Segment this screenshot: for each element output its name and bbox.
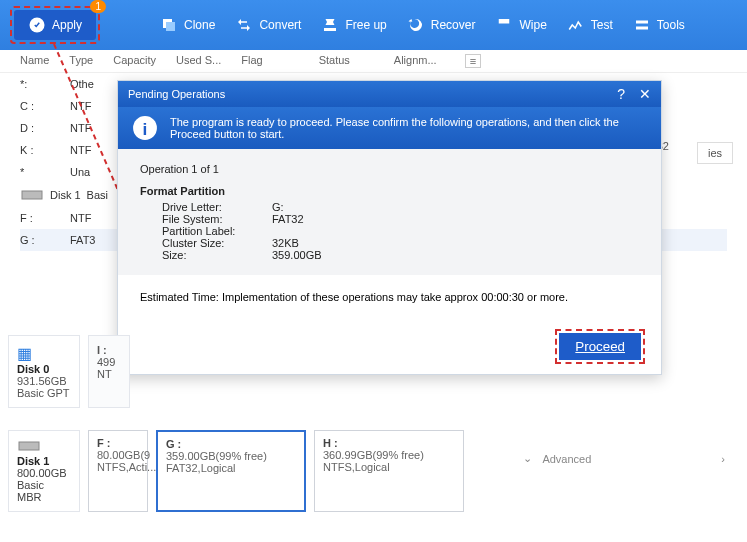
partition-tile-h[interactable]: H : 360.99GB(99% free) NTFS,Logical: [314, 430, 464, 512]
dialog-message-text: The program is ready to proceed. Please …: [170, 116, 647, 140]
disk1-tile[interactable]: Disk 1 800.00GB Basic MBR: [8, 430, 80, 512]
tools-icon: [633, 16, 651, 34]
tile-letter: I :: [97, 344, 121, 356]
freeup-label: Free up: [345, 18, 386, 32]
test-icon: [567, 16, 585, 34]
kv-val: 32KB: [272, 237, 299, 249]
tile-size: 359.00GB(99% free): [166, 450, 296, 462]
disk1-size: 800.00GB: [17, 467, 71, 479]
disk-icon: [17, 439, 41, 453]
dialog-footer: Proceed: [118, 319, 661, 374]
kv-key: File System:: [162, 213, 272, 225]
kv-key: Partition Label:: [162, 225, 272, 237]
dialog-titlebar: Pending Operations ? ✕: [118, 81, 661, 107]
col-flag[interactable]: Flag: [241, 54, 262, 68]
disk0-tile[interactable]: ▦ Disk 0 931.56GB Basic GPT: [8, 335, 80, 408]
col-used[interactable]: Used S...: [176, 54, 221, 68]
svg-text:i: i: [143, 119, 148, 139]
chevron-right-icon: ›: [721, 453, 725, 465]
kv-val: G:: [272, 201, 284, 213]
tile-letter: G :: [166, 438, 296, 450]
freeup-button[interactable]: Free up: [321, 16, 386, 34]
proceed-button[interactable]: Proceed: [559, 333, 641, 360]
recover-icon: [407, 16, 425, 34]
col-align[interactable]: Alignm...: [394, 54, 437, 68]
tile-type: FAT32,Logical: [166, 462, 296, 474]
recover-label: Recover: [431, 18, 476, 32]
disk0-size: 931.56GB: [17, 375, 71, 387]
tools-label: Tools: [657, 18, 685, 32]
col-status[interactable]: Status: [319, 54, 350, 68]
tile-size: 499: [97, 356, 121, 368]
recover-button[interactable]: Recover: [407, 16, 476, 34]
view-mode-icon[interactable]: ≡: [465, 54, 481, 68]
proceed-highlight: Proceed: [555, 329, 645, 364]
svg-rect-2: [166, 22, 175, 31]
svg-rect-5: [22, 191, 42, 199]
wipe-button[interactable]: Wipe: [495, 16, 546, 34]
partition-tile-g-selected[interactable]: G : 359.00GB(99% free) FAT32,Logical: [156, 430, 306, 512]
operation-name: Format Partition: [140, 185, 639, 197]
convert-label: Convert: [259, 18, 301, 32]
check-circle-icon: [28, 16, 46, 34]
estimate-text: Estimated Time: Implementation of these …: [118, 275, 661, 319]
tile-size: 80.00GB(9: [97, 449, 139, 461]
disk1-tiles: Disk 1 800.00GB Basic MBR F : 80.00GB(9 …: [8, 430, 464, 512]
freeup-icon: [321, 16, 339, 34]
kv-key: Drive Letter:: [162, 201, 272, 213]
dialog-title: Pending Operations: [128, 88, 225, 100]
tools-button[interactable]: Tools: [633, 16, 685, 34]
apply-button[interactable]: Apply: [14, 10, 96, 40]
test-label: Test: [591, 18, 613, 32]
kv-key: Cluster Size:: [162, 237, 272, 249]
svg-rect-3: [636, 21, 648, 24]
svg-rect-9: [19, 442, 39, 450]
wipe-label: Wipe: [519, 18, 546, 32]
disk-icon: [20, 188, 44, 202]
partition-tile-i[interactable]: I : 499 NT: [88, 335, 130, 408]
convert-icon: [235, 16, 253, 34]
kv-key: Size:: [162, 249, 272, 261]
col-type[interactable]: Type: [69, 54, 93, 68]
disk-grid-icon: ▦: [17, 344, 71, 363]
tile-type: NT: [97, 368, 121, 380]
dialog-body: Operation 1 of 1 Format Partition Drive …: [118, 149, 661, 275]
info-icon: i: [132, 115, 158, 141]
tile-letter: F :: [97, 437, 139, 449]
toolbar: Apply 1 Clone Convert Free up Recover Wi…: [0, 0, 747, 50]
dialog-message: i The program is ready to proceed. Pleas…: [118, 107, 661, 149]
disk0-type: Basic GPT: [17, 387, 71, 399]
svg-rect-4: [636, 27, 648, 30]
help-icon[interactable]: ?: [617, 86, 625, 102]
disk0-name: Disk 0: [17, 363, 71, 375]
apply-label: Apply: [52, 18, 82, 32]
convert-button[interactable]: Convert: [235, 16, 301, 34]
col-capacity[interactable]: Capacity: [113, 54, 156, 68]
clone-label: Clone: [184, 18, 215, 32]
advanced-label: Advanced: [542, 453, 591, 465]
apply-badge: 1: [90, 0, 106, 13]
apply-highlight: Apply 1: [10, 6, 100, 44]
tile-letter: H :: [323, 437, 455, 449]
disk1-type: Basic MBR: [17, 479, 71, 503]
partition-tile-f[interactable]: F : 80.00GB(9 NTFS,Acti...: [88, 430, 148, 512]
clone-button[interactable]: Clone: [160, 16, 215, 34]
operation-details: Drive Letter:G: File System:FAT32 Partit…: [162, 201, 639, 261]
col-name[interactable]: Name: [20, 54, 49, 68]
operation-count: Operation 1 of 1: [140, 163, 639, 175]
column-headers: Name Type Capacity Used S... Flag Status…: [0, 50, 747, 73]
kv-val: FAT32: [272, 213, 304, 225]
advanced-toggle[interactable]: ⌄ Advanced ›: [523, 452, 725, 465]
test-button[interactable]: Test: [567, 16, 613, 34]
pending-operations-dialog: Pending Operations ? ✕ i The program is …: [117, 80, 662, 375]
close-icon[interactable]: ✕: [639, 86, 651, 102]
tile-size: 360.99GB(99% free): [323, 449, 455, 461]
disk0-tiles: ▦ Disk 0 931.56GB Basic GPT I : 499 NT: [8, 335, 130, 408]
clone-icon: [160, 16, 178, 34]
chevron-down-icon: ⌄: [523, 452, 532, 465]
tile-type: NTFS,Acti...: [97, 461, 139, 473]
kv-val: 359.00GB: [272, 249, 322, 261]
disk1-name: Disk 1: [17, 455, 71, 467]
wipe-icon: [495, 16, 513, 34]
side-tab[interactable]: ies: [697, 142, 733, 164]
